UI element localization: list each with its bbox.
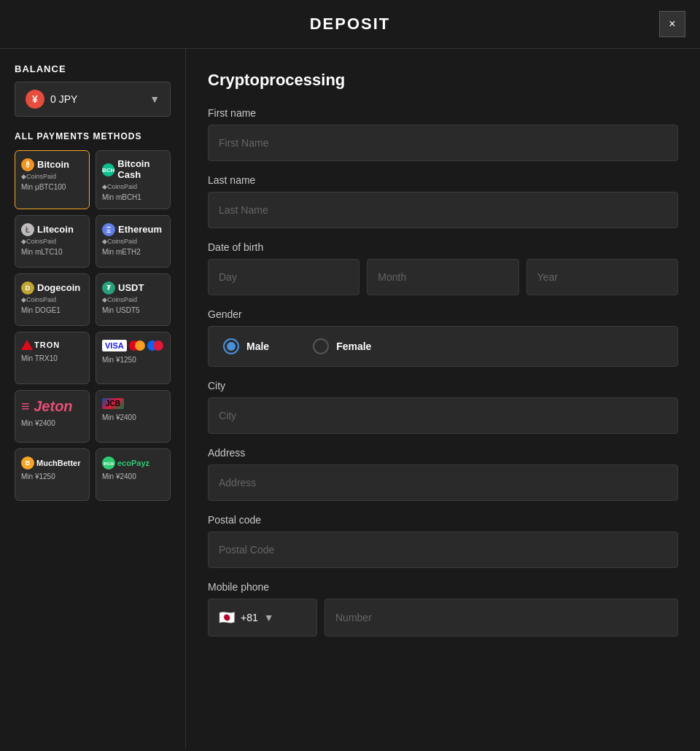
gender-male-radio[interactable] [223,338,239,354]
dob-label: Date of birth [208,241,678,253]
dob-year-input[interactable] [526,259,678,295]
dob-month-input[interactable] [367,259,518,295]
address-input[interactable] [208,464,678,501]
litecoin-provider: ◆CoinsPaid [21,238,56,245]
postal-group: Postal code [208,514,678,568]
bitcoin-cash-label: Bitcoin Cash [117,158,164,180]
payment-item-bitcoin-cash[interactable]: BCH Bitcoin Cash ◆CoinsPaid Min mBCH1 [96,150,171,209]
japan-flag-icon: 🇯🇵 [219,610,235,626]
dob-row [208,259,678,295]
usdt-label: USDT [118,282,144,293]
usdt-icon: ₮ [102,281,115,295]
phone-country-code: +81 [241,612,258,623]
jeton-icon: ≡ Jeton [21,398,73,415]
payment-item-ethereum[interactable]: Ξ Ethereum ◆CoinsPaid Min mETH2 [96,215,171,268]
gender-group: Gender Male Female [208,308,678,367]
bitcoin-min: Min μBTC100 [21,183,66,191]
gender-male-label: Male [246,341,269,352]
tron-logo-icon: TRON [21,340,60,350]
payment-item-litecoin[interactable]: Ł Litecoin ◆CoinsPaid Min mLTC10 [15,215,90,268]
phone-chevron-icon: ▼ [264,612,274,623]
balance-label: BALANCE [15,63,171,74]
main-content: Cryptoprocessing First name Last name Da… [186,49,700,749]
payment-item-jcb[interactable]: JCB Min ¥2400 [96,390,171,443]
radio-dot-male [227,342,236,351]
city-group: City [208,380,678,434]
last-name-group: Last name [208,174,678,228]
jcb-icon: JCB [102,398,124,409]
bitcoin-cash-min: Min mBCH1 [102,193,141,201]
gender-male-option[interactable]: Male [223,338,269,354]
payment-item-dogecoin[interactable]: D Dogecoin ◆CoinsPaid Min DOGE1 [15,273,90,326]
jeton-min: Min ¥2400 [21,419,55,427]
first-name-group: First name [208,107,678,161]
sidebar: BALANCE ¥ 0 JPY ▼ ALL PAYMENTS METHODS ₿… [0,49,186,749]
litecoin-min: Min mLTC10 [21,248,63,256]
payment-item-ecopayz[interactable]: eco ecoPayz Min ¥2400 [96,448,171,501]
bitcoin-cash-provider: ◆CoinsPaid [102,183,137,190]
payment-item-cards[interactable]: VISA Min ¥1250 [96,332,171,384]
dob-group: Date of birth [208,241,678,295]
dob-day-input[interactable] [208,259,359,295]
gender-female-option[interactable]: Female [313,338,371,354]
postal-label: Postal code [208,514,678,526]
muchbetter-icon: B [21,456,34,470]
usdt-min: Min USDT5 [102,306,140,314]
dogecoin-icon: D [21,281,34,295]
muchbetter-min: Min ¥1250 [21,472,55,480]
phone-label: Mobile phone [208,581,678,593]
ecopayz-min: Min ¥2400 [102,472,136,480]
ethereum-label: Ethereum [118,224,162,235]
bitcoin-label: Bitcoin [37,159,69,170]
ecopayz-label: ecoPayz [117,459,149,467]
payment-item-jeton[interactable]: ≡ Jeton Min ¥2400 [15,390,90,443]
last-name-input[interactable] [208,192,678,228]
ecopayz-icon: eco [102,456,115,470]
last-name-label: Last name [208,174,678,186]
cards-min: Min ¥1250 [102,356,136,364]
bitcoin-provider: ◆CoinsPaid [21,173,56,180]
gender-label: Gender [208,308,678,320]
visa-icon: VISA [102,340,127,351]
dogecoin-provider: ◆CoinsPaid [21,296,56,303]
payment-methods-grid: ₿ Bitcoin ◆CoinsPaid Min μBTC100 BCH Bit… [15,150,171,501]
deposit-modal: DEPOSIT × BALANCE ¥ 0 JPY ▼ ALL PAYMENTS… [0,0,700,751]
usdt-provider: ◆CoinsPaid [102,296,137,303]
modal-body: BALANCE ¥ 0 JPY ▼ ALL PAYMENTS METHODS ₿… [0,49,700,749]
mastercard-icon [129,341,145,351]
section-title: Cryptoprocessing [208,71,678,90]
payment-item-tron[interactable]: TRON Min TRX10 [15,332,90,384]
first-name-input[interactable] [208,125,678,161]
phone-group: Mobile phone 🇯🇵 +81 ▼ [208,581,678,637]
bitcoin-icon: ₿ [21,158,34,171]
payment-item-bitcoin[interactable]: ₿ Bitcoin ◆CoinsPaid Min μBTC100 [15,150,90,209]
litecoin-label: Litecoin [37,224,74,235]
balance-select[interactable]: ¥ 0 JPY ▼ [15,82,171,117]
payments-label: ALL PAYMENTS METHODS [15,131,171,141]
gender-female-radio[interactable] [313,338,329,354]
dogecoin-label: Dogecoin [37,282,80,293]
address-label: Address [208,447,678,459]
close-button[interactable]: × [659,11,685,37]
yen-icon: ¥ [26,90,44,109]
gender-options: Male Female [208,326,678,367]
dogecoin-min: Min DOGE1 [21,306,61,314]
address-group: Address [208,447,678,501]
litecoin-icon: Ł [21,223,34,236]
phone-row: 🇯🇵 +81 ▼ [208,599,678,637]
city-input[interactable] [208,397,678,434]
gender-female-label: Female [336,341,371,352]
payment-item-usdt[interactable]: ₮ USDT ◆CoinsPaid Min USDT5 [96,273,171,326]
modal-header: DEPOSIT × [0,0,700,49]
city-label: City [208,380,678,392]
phone-number-input[interactable] [324,599,678,637]
muchbetter-label: MuchBetter [36,459,81,467]
phone-country-select[interactable]: 🇯🇵 +81 ▼ [208,599,317,637]
postal-input[interactable] [208,532,678,568]
payment-item-muchbetter[interactable]: B MuchBetter Min ¥1250 [15,448,90,501]
chevron-down-icon: ▼ [149,93,160,105]
ethereum-icon: Ξ [102,223,115,236]
jcb-min: Min ¥2400 [102,413,136,421]
ethereum-min: Min mETH2 [102,248,141,256]
tron-min: Min TRX10 [21,354,58,362]
